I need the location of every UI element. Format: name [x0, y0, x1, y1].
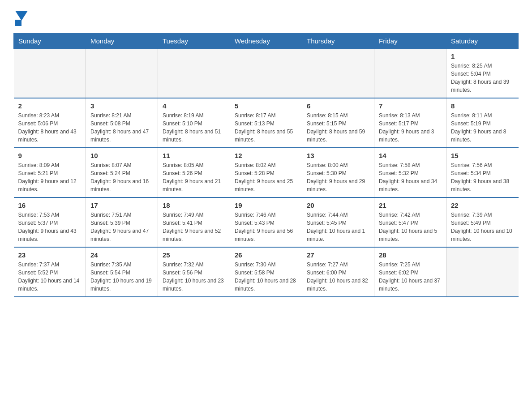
day-number: 28 — [379, 251, 442, 259]
day-info: Sunrise: 7:56 AM Sunset: 5:34 PM Dayligh… — [451, 161, 514, 193]
day-number: 16 — [18, 201, 82, 209]
day-number: 20 — [307, 201, 369, 209]
calendar-cell: 1Sunrise: 8:25 AM Sunset: 5:04 PM Daylig… — [446, 49, 519, 98]
day-number: 27 — [307, 251, 369, 259]
col-header-thursday: Thursday — [302, 34, 374, 49]
day-number: 3 — [90, 102, 153, 110]
day-number: 8 — [451, 102, 514, 110]
calendar-cell: 17Sunrise: 7:51 AM Sunset: 5:39 PM Dayli… — [86, 197, 158, 247]
day-info: Sunrise: 7:58 AM Sunset: 5:32 PM Dayligh… — [379, 161, 442, 193]
calendar-week-row: 1Sunrise: 8:25 AM Sunset: 5:04 PM Daylig… — [14, 49, 519, 98]
day-info: Sunrise: 7:25 AM Sunset: 6:02 PM Dayligh… — [379, 261, 442, 293]
day-number: 7 — [379, 102, 442, 110]
calendar-cell: 6Sunrise: 8:15 AM Sunset: 5:15 PM Daylig… — [302, 98, 374, 148]
day-number: 5 — [235, 102, 297, 110]
calendar-cell — [86, 49, 158, 98]
col-header-saturday: Saturday — [446, 34, 519, 49]
calendar-cell: 14Sunrise: 7:58 AM Sunset: 5:32 PM Dayli… — [374, 148, 446, 197]
calendar-cell: 25Sunrise: 7:32 AM Sunset: 5:56 PM Dayli… — [158, 247, 230, 297]
day-info: Sunrise: 7:51 AM Sunset: 5:39 PM Dayligh… — [90, 211, 153, 243]
calendar-cell: 10Sunrise: 8:07 AM Sunset: 5:24 PM Dayli… — [86, 148, 158, 197]
day-number: 17 — [90, 201, 153, 209]
day-info: Sunrise: 8:09 AM Sunset: 5:21 PM Dayligh… — [18, 161, 82, 193]
calendar-table: SundayMondayTuesdayWednesdayThursdayFrid… — [13, 33, 519, 297]
col-header-friday: Friday — [374, 34, 446, 49]
calendar-cell: 11Sunrise: 8:05 AM Sunset: 5:26 PM Dayli… — [158, 148, 230, 197]
calendar-week-row: 23Sunrise: 7:37 AM Sunset: 5:52 PM Dayli… — [14, 247, 519, 297]
calendar-cell: 2Sunrise: 8:23 AM Sunset: 5:06 PM Daylig… — [14, 98, 86, 148]
day-number: 12 — [235, 152, 297, 159]
day-info: Sunrise: 8:00 AM Sunset: 5:30 PM Dayligh… — [307, 161, 369, 193]
day-info: Sunrise: 8:23 AM Sunset: 5:06 PM Dayligh… — [18, 111, 82, 144]
col-header-tuesday: Tuesday — [158, 34, 230, 49]
calendar-cell — [446, 247, 519, 297]
calendar-cell — [158, 49, 230, 98]
calendar-cell: 20Sunrise: 7:44 AM Sunset: 5:45 PM Dayli… — [302, 197, 374, 247]
calendar-cell: 15Sunrise: 7:56 AM Sunset: 5:34 PM Dayli… — [446, 148, 519, 197]
calendar-cell: 26Sunrise: 7:30 AM Sunset: 5:58 PM Dayli… — [230, 247, 302, 297]
day-info: Sunrise: 7:49 AM Sunset: 5:41 PM Dayligh… — [163, 211, 225, 243]
day-info: Sunrise: 8:19 AM Sunset: 5:10 PM Dayligh… — [163, 111, 225, 144]
day-info: Sunrise: 8:07 AM Sunset: 5:24 PM Dayligh… — [90, 161, 153, 193]
calendar-week-row: 2Sunrise: 8:23 AM Sunset: 5:06 PM Daylig… — [14, 98, 519, 148]
day-number: 19 — [235, 201, 297, 209]
calendar-cell — [14, 49, 86, 98]
day-info: Sunrise: 7:39 AM Sunset: 5:49 PM Dayligh… — [451, 211, 514, 243]
calendar-header-row: SundayMondayTuesdayWednesdayThursdayFrid… — [14, 34, 519, 49]
calendar-cell: 12Sunrise: 8:02 AM Sunset: 5:28 PM Dayli… — [230, 148, 302, 197]
day-number: 24 — [90, 251, 153, 259]
calendar-cell — [374, 49, 446, 98]
day-info: Sunrise: 7:42 AM Sunset: 5:47 PM Dayligh… — [379, 211, 442, 243]
day-info: Sunrise: 7:27 AM Sunset: 6:00 PM Dayligh… — [307, 261, 369, 293]
calendar-cell: 23Sunrise: 7:37 AM Sunset: 5:52 PM Dayli… — [14, 247, 86, 297]
day-number: 23 — [18, 251, 82, 259]
day-number: 15 — [451, 152, 514, 159]
day-number: 11 — [163, 152, 225, 159]
day-info: Sunrise: 8:11 AM Sunset: 5:19 PM Dayligh… — [451, 111, 514, 144]
day-number: 10 — [90, 152, 153, 159]
day-info: Sunrise: 7:53 AM Sunset: 5:37 PM Dayligh… — [18, 211, 82, 243]
day-info: Sunrise: 8:15 AM Sunset: 5:15 PM Dayligh… — [307, 111, 369, 144]
calendar-cell: 19Sunrise: 7:46 AM Sunset: 5:43 PM Dayli… — [230, 197, 302, 247]
day-info: Sunrise: 8:25 AM Sunset: 5:04 PM Dayligh… — [451, 62, 514, 94]
day-info: Sunrise: 8:13 AM Sunset: 5:17 PM Dayligh… — [379, 111, 442, 144]
col-header-sunday: Sunday — [14, 34, 86, 49]
day-number: 9 — [18, 152, 82, 159]
calendar-cell: 24Sunrise: 7:35 AM Sunset: 5:54 PM Dayli… — [86, 247, 158, 297]
calendar-cell: 8Sunrise: 8:11 AM Sunset: 5:19 PM Daylig… — [446, 98, 519, 148]
day-info: Sunrise: 8:17 AM Sunset: 5:13 PM Dayligh… — [235, 111, 297, 144]
calendar-cell: 27Sunrise: 7:27 AM Sunset: 6:00 PM Dayli… — [302, 247, 374, 297]
day-number: 14 — [379, 152, 442, 159]
day-info: Sunrise: 7:46 AM Sunset: 5:43 PM Dayligh… — [235, 211, 297, 243]
day-number: 18 — [163, 201, 225, 209]
day-number: 21 — [379, 201, 442, 209]
calendar-week-row: 9Sunrise: 8:09 AM Sunset: 5:21 PM Daylig… — [14, 148, 519, 197]
day-info: Sunrise: 7:35 AM Sunset: 5:54 PM Dayligh… — [90, 261, 153, 293]
calendar-cell: 18Sunrise: 7:49 AM Sunset: 5:41 PM Dayli… — [158, 197, 230, 247]
day-number: 6 — [307, 102, 369, 110]
calendar-cell: 13Sunrise: 8:00 AM Sunset: 5:30 PM Dayli… — [302, 148, 374, 197]
page-header — [13, 9, 519, 26]
col-header-monday: Monday — [86, 34, 158, 49]
day-info: Sunrise: 7:37 AM Sunset: 5:52 PM Dayligh… — [18, 261, 82, 293]
logo — [13, 9, 28, 26]
calendar-cell: 4Sunrise: 8:19 AM Sunset: 5:10 PM Daylig… — [158, 98, 230, 148]
day-info: Sunrise: 8:05 AM Sunset: 5:26 PM Dayligh… — [163, 161, 225, 193]
calendar-cell — [302, 49, 374, 98]
calendar-cell: 7Sunrise: 8:13 AM Sunset: 5:17 PM Daylig… — [374, 98, 446, 148]
calendar-cell: 22Sunrise: 7:39 AM Sunset: 5:49 PM Dayli… — [446, 197, 519, 247]
calendar-cell: 9Sunrise: 8:09 AM Sunset: 5:21 PM Daylig… — [14, 148, 86, 197]
col-header-wednesday: Wednesday — [230, 34, 302, 49]
day-info: Sunrise: 7:32 AM Sunset: 5:56 PM Dayligh… — [163, 261, 225, 293]
calendar-cell: 28Sunrise: 7:25 AM Sunset: 6:02 PM Dayli… — [374, 247, 446, 297]
day-info: Sunrise: 8:02 AM Sunset: 5:28 PM Dayligh… — [235, 161, 297, 193]
calendar-cell: 16Sunrise: 7:53 AM Sunset: 5:37 PM Dayli… — [14, 197, 86, 247]
day-info: Sunrise: 7:44 AM Sunset: 5:45 PM Dayligh… — [307, 211, 369, 243]
day-number: 25 — [163, 251, 225, 259]
calendar-cell: 21Sunrise: 7:42 AM Sunset: 5:47 PM Dayli… — [374, 197, 446, 247]
calendar-cell: 3Sunrise: 8:21 AM Sunset: 5:08 PM Daylig… — [86, 98, 158, 148]
logo-arrow-icon — [15, 11, 28, 21]
calendar-cell: 5Sunrise: 8:17 AM Sunset: 5:13 PM Daylig… — [230, 98, 302, 148]
day-info: Sunrise: 8:21 AM Sunset: 5:08 PM Dayligh… — [90, 111, 153, 144]
day-number: 4 — [163, 102, 225, 110]
